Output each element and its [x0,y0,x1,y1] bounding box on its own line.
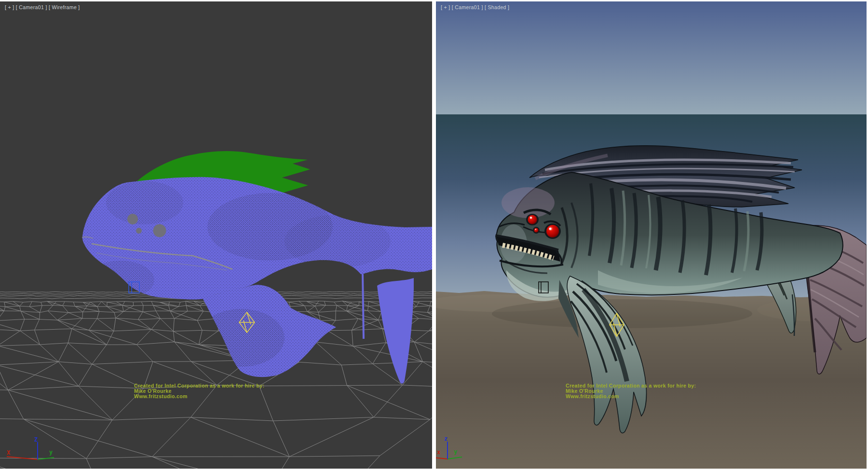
viewport-label-shaded[interactable]: [ + ] [ Camera01 ] [ Shaded ] [441,4,509,10]
world-axis-gizmo: x y z [436,435,508,465]
world-axis-gizmo: X y Z [0,435,72,465]
axis-z-label: Z [34,436,38,443]
axis-x-label: X [7,449,11,456]
dual-viewport-3d-app: { "viewports": { "left": { "label": "[ +… [0,0,868,472]
wireframe-trailing-spike [377,278,414,384]
credit-line3: Www.fritzstudio.com [134,393,188,399]
credit-text: Created for Intel Corporation as a work … [134,383,264,399]
axis-x-line [7,457,38,459]
wireframe-eye [153,224,166,237]
red-eye-small [534,228,539,233]
credit-line3: Www.fritzstudio.com [566,393,619,399]
red-eye [528,215,537,224]
axis-x-label: x [437,449,440,456]
viewport-label-wireframe[interactable]: [ + ] [ Camera01 ] [ Wireframe ] [5,4,80,10]
axis-y-label: y [49,449,53,456]
credit-text: Created for Intel Corporation as a work … [566,383,696,399]
red-eye [546,225,559,237]
axis-z-label: z [444,435,448,442]
viewport-wireframe[interactable]: [ + ] [ Camera01 ] [ Wireframe ] Created… [0,1,432,469]
axis-y-line [38,458,54,459]
axis-y-line [448,457,462,459]
viewport-shaded[interactable]: [ + ] [ Camera01 ] [ Shaded ] Created fo… [436,1,867,469]
wireframe-eye [127,214,138,224]
axis-x-line [436,456,448,459]
axis-y-label: y [454,448,457,455]
wireframe-eye-small [136,228,142,234]
